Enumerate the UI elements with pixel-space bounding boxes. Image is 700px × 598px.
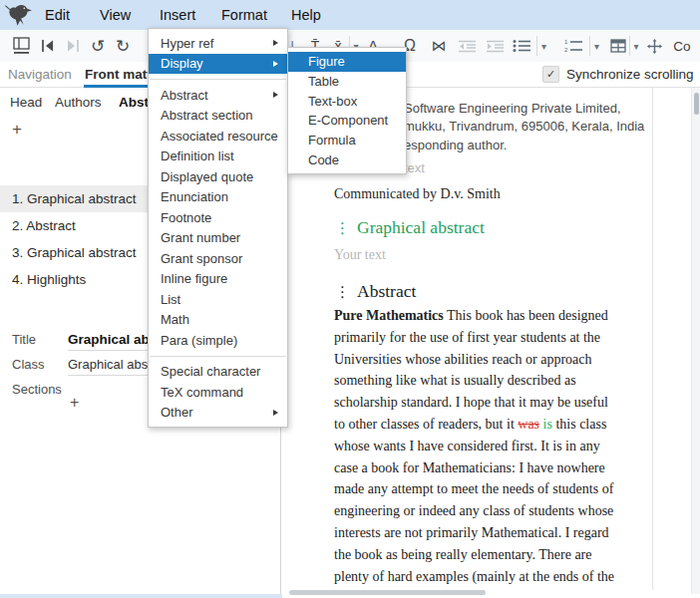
deleted-text: was [518,417,539,432]
menu-view[interactable]: View [100,0,131,30]
submenu-item-e-component[interactable]: E-Component [288,111,406,131]
view-tab-navigation[interactable]: Navigation [8,62,72,87]
menu-item-label: Associated resource [161,129,278,144]
communicated-line: Communicated by D.v. Smith [334,186,501,202]
table-icon[interactable] [608,30,628,62]
paragraph-line: engineering or indeed any class of stude… [334,500,614,522]
affiliation-line: mukku, Trivandrum, 695006, Kerala, India [404,119,644,134]
move-icon[interactable] [644,30,664,62]
menu-item-label: Display [161,56,203,71]
menu-item-footnote[interactable]: Footnote [149,207,287,228]
submenu-arrow-icon [273,40,278,46]
add-section-button[interactable]: + [70,393,79,413]
menu-insert[interactable]: Insert [160,0,195,30]
menu-item-abstract[interactable]: Abstract [149,85,287,106]
field-label-class: Class [12,352,66,377]
menu-format[interactable]: Format [221,0,267,30]
menu-item-definition-list[interactable]: Definition list [149,147,287,167]
submenu-arrow-icon [273,410,278,416]
abstract-paragraph[interactable]: Pure Mathematics This book has been desi… [334,305,614,587]
decrease-indent-icon[interactable] [456,30,478,62]
menu-item-label: Special character [161,364,260,379]
submenu-item-formula[interactable]: Formula [288,131,406,150]
field-label-title: Title [12,327,66,352]
affiliation-line: Software Engineering Private Limited, [404,101,621,116]
svg-text:1: 1 [564,39,568,45]
menu-item-label: Inline figure [161,271,227,286]
overflow-button[interactable]: Co [666,30,698,62]
menu-item-label: Grant number [161,230,240,245]
menu-item-label: Displayed quote [161,169,253,184]
panel-tab-head[interactable]: Head [10,88,42,118]
menu-item-label: Hyper ref [161,36,213,51]
paragraph-line: to other classes of readers, but it was … [334,414,614,436]
paragraph-line: plenty of hard examples (mainly at the e… [334,566,614,588]
menu-item-label: Definition list [161,149,234,163]
redo-icon[interactable]: ↻ [112,30,134,62]
menu-item-associated-resource[interactable]: Associated resource [149,126,287,147]
svg-text:2: 2 [564,47,568,53]
menu-help[interactable]: Help [291,0,321,30]
drag-handle-icon[interactable]: ⋮ [335,284,350,300]
menu-item-other[interactable]: Other [149,403,287,424]
toggle-panel-icon[interactable] [9,30,33,62]
affiliation-line: esponding author. [404,138,507,152]
horizontal-scrollbar-thumb[interactable] [289,590,486,595]
submenu-item-code[interactable]: Code [288,150,406,169]
menu-item-math[interactable]: Math [149,310,287,331]
menu-item-inline-figure[interactable]: Inline figure [149,269,287,290]
menu-item-grant-number[interactable]: Grant number [149,228,287,249]
menu-item-enunciation[interactable]: Enunciation [149,187,287,208]
placeholder-fragment: text [404,160,425,175]
menu-item-label: Abstract section [161,108,253,123]
menu-item-list[interactable]: List [149,289,287,310]
menubar: EditViewInsertFormatHelp [0,0,700,30]
add-tab-button[interactable]: + [12,118,22,142]
menu-separator [150,79,286,80]
synchronize-scrolling-checkbox[interactable]: ✓ [542,66,559,83]
menu-item-para-simple-[interactable]: Para (simple) [149,330,287,351]
paragraph-line: made any attempt to meet the needs of st… [334,478,614,500]
menu-item-displayed-quote[interactable]: Displayed quote [149,166,287,187]
bottom-strip [0,594,282,598]
menu-item-hyper-ref[interactable]: Hyper ref [149,33,287,54]
menu-item-special-character[interactable]: Special character [149,362,287,383]
app-logo-bird-icon [4,1,40,33]
previous-change-icon[interactable] [36,30,58,62]
paragraph-line: interests are not primarily Mathematical… [334,522,614,544]
paragraph-line: the book as being really elementary. The… [334,544,614,566]
menu-item-label: Footnote [161,210,211,225]
submenu-item-figure[interactable]: Figure [288,52,406,72]
menu-item-label: List [161,292,180,307]
bullet-list-icon[interactable] [511,30,532,62]
tex-inline-icon[interactable]: ⋈ [427,30,451,62]
vertical-scrollbar[interactable] [691,88,700,594]
paragraph-line: whose wants I have considered first. It … [334,436,614,457]
menu-item-display[interactable]: Display [149,54,287,75]
numbered-list-caret-icon[interactable]: ▾ [589,36,603,56]
increase-indent-icon[interactable] [484,30,506,62]
submenu-arrow-icon [273,92,278,98]
bullet-list-caret-icon[interactable]: ▾ [536,36,550,56]
inserted-text: is [543,417,552,432]
drag-handle-icon[interactable]: ⋮ [335,220,350,236]
vertical-scrollbar-thumb[interactable] [694,93,699,115]
menu-item-abstract-section[interactable]: Abstract section [149,106,287,127]
submenu-item-text-box[interactable]: Text-box [288,91,406,111]
table-caret-icon[interactable]: ▾ [629,36,642,56]
menu-item-label: Para (simple) [161,333,237,348]
field-label-sections: Sections [12,377,66,402]
menu-edit[interactable]: Edit [45,0,70,30]
numbered-list-icon[interactable]: 12 [562,30,584,62]
next-change-icon[interactable] [62,30,84,62]
submenu-item-table[interactable]: Table [288,72,406,92]
paragraph-line: case a book for Mathematicians: I have n… [334,457,614,479]
menu-item-grant-sponsor[interactable]: Grant sponsor [149,248,287,269]
panel-tab-authors[interactable]: Authors [55,88,102,118]
menu-separator [150,356,286,357]
app-window: EditViewInsertFormatHelp ↺ ↻ ⊥ T̄ x̄ ▾ A… [0,0,700,598]
menu-item-label: Enunciation [161,189,228,204]
menu-item-label: TeX command [161,385,243,400]
undo-icon[interactable]: ↺ [87,30,109,62]
menu-item-tex-command[interactable]: TeX command [149,382,287,403]
